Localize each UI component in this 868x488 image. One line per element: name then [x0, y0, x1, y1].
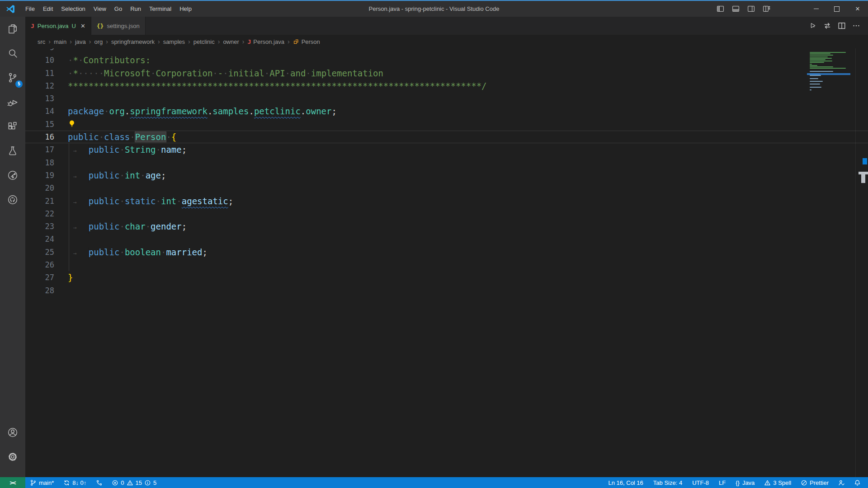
- split-editor-button[interactable]: [835, 19, 849, 33]
- code-line-24[interactable]: 24: [25, 233, 868, 245]
- activity-gradle[interactable]: [0, 163, 25, 188]
- line-number-24[interactable]: 24: [25, 233, 54, 245]
- menu-item-edit[interactable]: Edit: [39, 1, 57, 17]
- menu-item-terminal[interactable]: Terminal: [145, 1, 175, 17]
- breadcrumb-segment-java[interactable]: java: [75, 38, 86, 45]
- code-line-10[interactable]: 10·*·Contributors:: [25, 54, 868, 66]
- activity-accounts[interactable]: [0, 420, 25, 445]
- code-line-26[interactable]: 26: [25, 258, 868, 271]
- code-line-9[interactable]: 9·*: [25, 48, 868, 54]
- line-number-16[interactable]: 16: [25, 131, 54, 143]
- toggle-secondary-sidebar-icon[interactable]: [743, 5, 759, 13]
- status-encoding[interactable]: UTF-8: [687, 477, 714, 488]
- activity-explorer[interactable]: [0, 17, 25, 41]
- status-cursor-position[interactable]: Ln 16, Col 16: [604, 477, 648, 488]
- code-line-16[interactable]: 16public·class·Person·{: [25, 131, 868, 143]
- breadcrumb-segment-petclinic[interactable]: petclinic: [193, 38, 215, 45]
- breadcrumb-symbol[interactable]: Person: [293, 38, 320, 45]
- breadcrumb-segment-src[interactable]: src: [38, 38, 45, 45]
- line-number-13[interactable]: 13: [25, 92, 54, 105]
- toggle-primary-sidebar-icon[interactable]: [712, 5, 728, 13]
- maximize-button[interactable]: [826, 1, 847, 17]
- activity-testing[interactable]: [0, 139, 25, 163]
- line-number-25[interactable]: 25: [25, 246, 54, 258]
- status-git-branch[interactable]: main*: [25, 477, 59, 488]
- menu-item-go[interactable]: Go: [110, 1, 126, 17]
- breadcrumb-segment-springframework[interactable]: springframework: [111, 38, 155, 45]
- status-problems[interactable]: 0155: [107, 477, 161, 488]
- remote-indicator[interactable]: ><: [0, 477, 25, 488]
- line-number-18[interactable]: 18: [25, 156, 54, 169]
- menu-item-view[interactable]: View: [90, 1, 110, 17]
- line-number-17[interactable]: 17: [25, 143, 54, 156]
- line-number-12[interactable]: 12: [25, 80, 54, 92]
- line-number-26[interactable]: 26: [25, 258, 54, 271]
- menu-item-run[interactable]: Run: [126, 1, 145, 17]
- breadcrumb-segment-samples[interactable]: samples: [163, 38, 185, 45]
- code-line-13[interactable]: 13: [25, 92, 868, 105]
- line-number-15[interactable]: 15: [25, 118, 54, 131]
- line-number-23[interactable]: 23: [25, 220, 54, 233]
- line-number-28[interactable]: 28: [25, 284, 54, 297]
- toggle-panel-icon[interactable]: [728, 5, 743, 13]
- menu-item-selection[interactable]: Selection: [57, 1, 89, 17]
- activity-github[interactable]: [0, 188, 25, 212]
- code-line-23[interactable]: 23→public·char·gender;: [25, 220, 868, 233]
- menu-item-file[interactable]: File: [21, 1, 39, 17]
- code-line-28[interactable]: 28: [25, 284, 868, 297]
- line-number-11[interactable]: 11: [25, 67, 54, 80]
- code-line-25[interactable]: 25→public·boolean·married;: [25, 246, 868, 258]
- status-prettier[interactable]: Prettier: [796, 477, 834, 488]
- breadcrumb-segment-owner[interactable]: owner: [223, 38, 239, 45]
- status-eol-sequence[interactable]: LF: [714, 477, 731, 488]
- line-number-19[interactable]: 19: [25, 169, 54, 182]
- code-line-17[interactable]: 17→public·String·name;: [25, 143, 868, 156]
- open-changes-button[interactable]: [820, 19, 835, 33]
- breadcrumb-segment-org[interactable]: org: [94, 38, 103, 45]
- more-actions-button[interactable]: [849, 19, 863, 33]
- activity-run-and-debug[interactable]: [0, 90, 25, 114]
- status-git-sync[interactable]: 8↓ 0↑: [59, 477, 91, 488]
- status-language-mode[interactable]: {}Java: [731, 477, 760, 488]
- run-java-button[interactable]: [806, 19, 820, 33]
- menu-item-help[interactable]: Help: [175, 1, 196, 17]
- lightbulb-icon[interactable]: [68, 120, 76, 128]
- code-line-20[interactable]: 20: [25, 182, 868, 194]
- line-number-10[interactable]: 10: [25, 54, 54, 66]
- code-line-22[interactable]: 22: [25, 207, 868, 220]
- code-line-21[interactable]: 21→public·static·int·agestatic;: [25, 195, 868, 207]
- line-number-22[interactable]: 22: [25, 207, 54, 220]
- code-line-15[interactable]: 15: [25, 118, 868, 131]
- code-line-12[interactable]: 12**************************************…: [25, 80, 868, 92]
- activity-manage-settings[interactable]: [0, 445, 25, 469]
- token: →: [68, 221, 89, 234]
- line-number-20[interactable]: 20: [25, 182, 54, 194]
- code-line-19[interactable]: 19→public·int·age;: [25, 169, 868, 182]
- breadcrumb-file[interactable]: JPerson.java: [247, 38, 284, 45]
- line-number-21[interactable]: 21: [25, 195, 54, 207]
- minimize-button[interactable]: [806, 1, 826, 17]
- status-tab-size[interactable]: Tab Size: 4: [648, 477, 687, 488]
- code-line-27[interactable]: 27}: [25, 271, 868, 284]
- breadcrumb-segment-main[interactable]: main: [54, 38, 66, 45]
- status-feedback[interactable]: [834, 477, 849, 488]
- editor-pane[interactable]: 9·*10·*·Contributors:11·*·····Microsoft·…: [25, 48, 868, 477]
- line-number-14[interactable]: 14: [25, 105, 54, 117]
- token: ·: [68, 55, 73, 65]
- line-number-9[interactable]: 9: [25, 48, 54, 54]
- tab-person-java[interactable]: JPerson.javaU✕: [25, 17, 91, 35]
- status-notifications[interactable]: [849, 477, 865, 488]
- status-git-graph[interactable]: [91, 477, 107, 488]
- code-line-11[interactable]: 11·*·····Microsoft·Corporation·-·initial…: [25, 67, 868, 80]
- close-tab-icon[interactable]: ✕: [80, 23, 85, 29]
- code-line-14[interactable]: 14package·org.springframework.samples.pe…: [25, 105, 868, 117]
- line-number-27[interactable]: 27: [25, 271, 54, 284]
- activity-search[interactable]: [0, 41, 25, 66]
- code-line-18[interactable]: 18: [25, 156, 868, 169]
- customize-layout-icon[interactable]: [759, 5, 774, 13]
- close-button[interactable]: ✕: [847, 1, 868, 17]
- activity-source-control[interactable]: 5: [0, 66, 25, 90]
- tab-settings-json[interactable]: {}settings.json: [91, 17, 146, 35]
- activity-extensions[interactable]: [0, 114, 25, 139]
- status-spell-checker[interactable]: 3 Spell: [760, 477, 796, 488]
